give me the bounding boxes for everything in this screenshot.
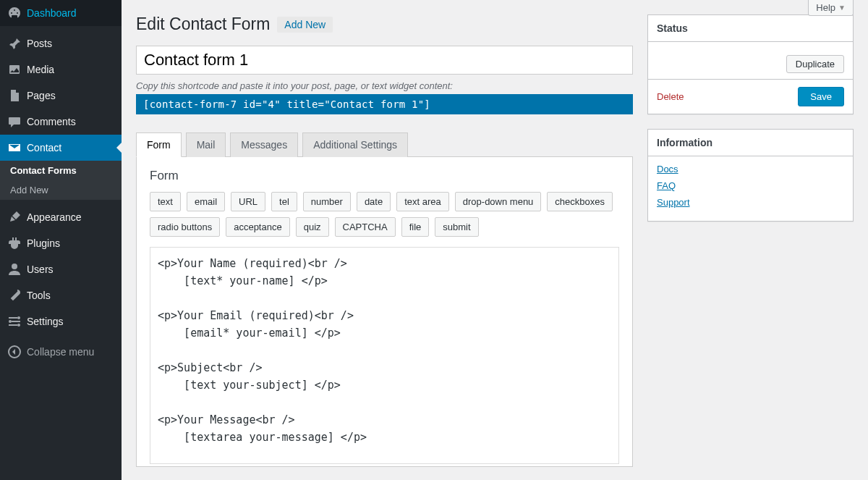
- status-heading: Status: [648, 15, 853, 42]
- shortcode-display[interactable]: [contact-form-7 id="4" title="Contact fo…: [136, 94, 633, 114]
- page-icon: [7, 88, 22, 103]
- sidebar-item-posts[interactable]: Posts: [0, 30, 122, 56]
- svg-rect-3: [12, 321, 20, 322]
- tag-btn-text[interactable]: text: [150, 192, 181, 211]
- tab-panel-form: Form text email URL tel number date text…: [136, 156, 633, 467]
- sidebar-item-appearance[interactable]: Appearance: [0, 204, 122, 230]
- svg-point-6: [9, 320, 12, 323]
- panel-heading: Form: [150, 169, 619, 183]
- plugin-icon: [7, 236, 22, 250]
- info-link-support[interactable]: Support: [657, 197, 844, 208]
- sidebar-label: Appearance: [27, 211, 82, 223]
- main-content: Help ▼ Edit Contact Form Add New Copy th…: [122, 0, 868, 480]
- comment-icon: [7, 114, 22, 129]
- sidebar-item-media[interactable]: Media: [0, 56, 122, 83]
- information-box: Information Docs FAQ Support: [647, 129, 854, 222]
- sidebar-item-dashboard[interactable]: Dashboard: [0, 0, 122, 26]
- info-link-faq[interactable]: FAQ: [657, 180, 844, 191]
- tab-messages[interactable]: Messages: [230, 132, 298, 157]
- dashboard-icon: [7, 6, 22, 20]
- sidebar-label: Tools: [27, 290, 51, 301]
- shortcode-label: Copy this shortcode and paste it into yo…: [136, 80, 633, 91]
- sidebar-item-comments[interactable]: Comments: [0, 109, 122, 135]
- svg-point-5: [17, 316, 20, 319]
- sidebar-submenu-contact: Contact Forms Add New: [0, 161, 122, 200]
- svg-point-1: [12, 264, 17, 269]
- help-label: Help: [816, 2, 835, 13]
- submenu-contact-forms[interactable]: Contact Forms: [0, 161, 122, 180]
- sidebar-label: Media: [27, 64, 54, 75]
- tag-btn-dropdown[interactable]: drop-down menu: [455, 192, 542, 211]
- tag-btn-url[interactable]: URL: [231, 192, 265, 211]
- svg-point-7: [17, 324, 20, 327]
- status-box: Status Duplicate Delete Save: [647, 14, 854, 114]
- add-new-button[interactable]: Add New: [277, 17, 333, 33]
- sidebar-collapse[interactable]: Collapse menu: [0, 339, 122, 365]
- tag-btn-submit[interactable]: submit: [435, 217, 478, 237]
- media-icon: [7, 62, 22, 77]
- tag-btn-date[interactable]: date: [357, 192, 391, 211]
- admin-sidebar: Dashboard Posts Media Pages Comments Con…: [0, 0, 122, 480]
- appearance-icon: [7, 210, 22, 224]
- tag-btn-quiz[interactable]: quiz: [296, 217, 329, 237]
- collapse-icon: [7, 345, 22, 359]
- wrench-icon: [7, 288, 22, 303]
- tag-btn-tel[interactable]: tel: [271, 192, 297, 211]
- info-link-docs[interactable]: Docs: [657, 164, 844, 174]
- sidebar-item-settings[interactable]: Settings: [0, 308, 122, 334]
- sidebar-label: Comments: [27, 116, 76, 127]
- tag-btn-email[interactable]: email: [187, 192, 225, 211]
- page-title: Edit Contact Form: [136, 14, 270, 34]
- tag-btn-number[interactable]: number: [303, 192, 351, 211]
- sidebar-label: Settings: [27, 316, 64, 327]
- sidebar-label: Dashboard: [27, 7, 77, 19]
- tag-btn-radio[interactable]: radio buttons: [150, 217, 220, 237]
- delete-link[interactable]: Delete: [657, 91, 684, 102]
- sidebar-item-plugins[interactable]: Plugins: [0, 230, 122, 256]
- tag-btn-checkboxes[interactable]: checkboxes: [547, 192, 613, 211]
- svg-rect-4: [9, 324, 17, 326]
- tag-btn-textarea[interactable]: text area: [396, 192, 449, 211]
- pin-icon: [7, 36, 22, 51]
- submenu-add-new[interactable]: Add New: [0, 180, 122, 200]
- tab-mail[interactable]: Mail: [186, 132, 226, 157]
- form-title-input[interactable]: [136, 46, 633, 75]
- help-tab[interactable]: Help ▼: [808, 0, 854, 16]
- tag-generator-buttons: text email URL tel number date text area…: [150, 192, 619, 237]
- sidebar-label: Pages: [27, 90, 56, 101]
- tag-btn-file[interactable]: file: [401, 217, 430, 237]
- tab-additional-settings[interactable]: Additional Settings: [302, 132, 408, 157]
- sidebar-label: Posts: [27, 38, 52, 49]
- settings-icon: [7, 314, 22, 329]
- tabs: Form Mail Messages Additional Settings: [136, 132, 633, 156]
- save-button[interactable]: Save: [798, 87, 844, 106]
- sidebar-item-users[interactable]: Users: [0, 256, 122, 282]
- tab-form[interactable]: Form: [136, 132, 182, 157]
- sidebar-item-pages[interactable]: Pages: [0, 83, 122, 109]
- chevron-down-icon: ▼: [838, 4, 846, 12]
- sidebar-label: Contact: [27, 142, 61, 153]
- form-code-textarea[interactable]: [150, 247, 619, 464]
- tag-btn-captcha[interactable]: CAPTCHA: [335, 217, 396, 237]
- sidebar-item-contact[interactable]: Contact: [0, 135, 122, 161]
- sidebar-label: Plugins: [27, 237, 60, 249]
- sidebar-item-tools[interactable]: Tools: [0, 282, 122, 308]
- information-heading: Information: [648, 130, 853, 156]
- duplicate-button[interactable]: Duplicate: [786, 55, 844, 73]
- user-icon: [7, 262, 22, 277]
- mail-icon: [7, 140, 22, 155]
- svg-rect-2: [9, 317, 17, 319]
- tag-btn-acceptance[interactable]: acceptance: [226, 217, 290, 237]
- sidebar-label: Users: [27, 264, 54, 275]
- sidebar-label: Collapse menu: [27, 346, 94, 358]
